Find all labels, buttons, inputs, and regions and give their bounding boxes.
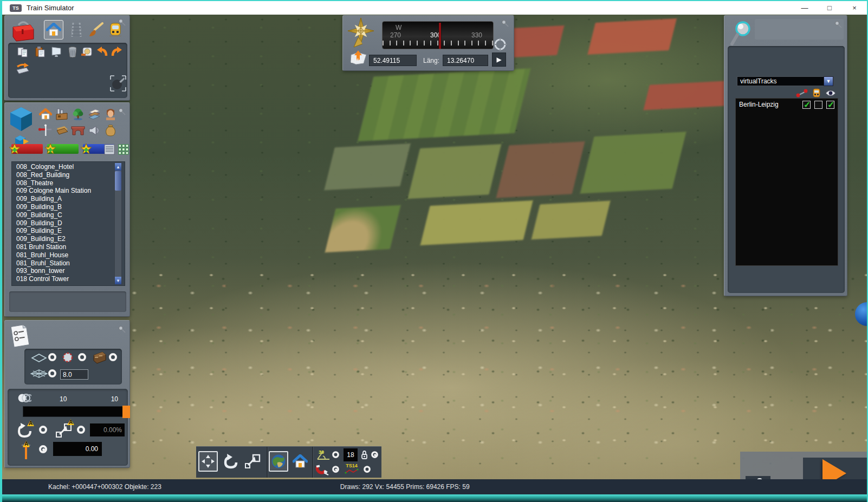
object-list-item[interactable]: 009_Building_C bbox=[16, 211, 125, 219]
pan-icon bbox=[201, 454, 215, 468]
height-radio[interactable] bbox=[39, 445, 47, 453]
longitude-value[interactable]: 13.26470 bbox=[443, 55, 488, 66]
pin-icon[interactable] bbox=[834, 20, 843, 29]
object-list-item[interactable]: 081_Bruhl_Station bbox=[16, 259, 125, 268]
category-misc-button[interactable] bbox=[103, 123, 118, 138]
terrain-home-mode-button[interactable] bbox=[44, 20, 63, 40]
zoom-tool-button[interactable] bbox=[243, 451, 262, 472]
object-list-scrollbar[interactable]: ▲ ▼ bbox=[114, 162, 122, 285]
redo-button[interactable] bbox=[110, 45, 124, 59]
wireframe-radio[interactable] bbox=[48, 353, 56, 361]
grid-view-button[interactable] bbox=[116, 142, 131, 157]
object-mode-button[interactable] bbox=[9, 106, 33, 132]
goto-coordinates-button[interactable]: ▶ bbox=[492, 53, 506, 67]
object-list-item[interactable]: 093_bonn_tower bbox=[16, 267, 125, 275]
compass-heading-strip[interactable]: W 270 300 330 bbox=[382, 21, 494, 49]
object-list-item[interactable]: 009 Cologne Main Station bbox=[16, 187, 125, 195]
pin-icon[interactable] bbox=[501, 19, 509, 28]
object-list-item[interactable]: 081 Bruhl Station bbox=[16, 243, 125, 251]
maximize-button[interactable]: □ bbox=[817, 1, 842, 15]
route-train-checkbox[interactable] bbox=[814, 101, 822, 109]
snap-value-box[interactable]: 18 bbox=[344, 448, 358, 461]
slider-handle[interactable] bbox=[122, 406, 130, 418]
longitude-label: Läng: bbox=[423, 57, 439, 64]
object-list-item[interactable]: 009_Building_E bbox=[16, 227, 125, 235]
category-signals-button[interactable] bbox=[38, 123, 53, 138]
object-list-item[interactable]: 009_Building_A bbox=[16, 195, 125, 203]
density-slider[interactable] bbox=[23, 406, 124, 417]
dropdown-arrow-icon[interactable]: ▼ bbox=[824, 76, 833, 86]
rotate-random-radio[interactable] bbox=[39, 426, 47, 434]
snap-magnet-radio[interactable] bbox=[332, 466, 339, 473]
box-radio[interactable] bbox=[109, 353, 117, 361]
category-roads-button[interactable] bbox=[87, 107, 101, 121]
pin-icon[interactable] bbox=[118, 325, 126, 334]
track-mode-button[interactable] bbox=[67, 20, 86, 40]
paint-mode-button[interactable] bbox=[86, 20, 106, 40]
mesh-radio[interactable] bbox=[48, 369, 56, 377]
star-icon bbox=[80, 143, 93, 155]
search-button[interactable] bbox=[730, 20, 753, 46]
list-view-button[interactable] bbox=[102, 142, 116, 157]
export-button[interactable] bbox=[16, 61, 30, 75]
category-vegetation-button[interactable] bbox=[71, 107, 85, 121]
object-list-item[interactable]: 018 Control Tower bbox=[16, 275, 125, 283]
minimize-button[interactable]: — bbox=[792, 1, 817, 15]
rotate-tool-button[interactable] bbox=[221, 451, 241, 472]
object-list-item[interactable]: 009_Building_B bbox=[16, 203, 125, 211]
category-industry-button[interactable] bbox=[55, 107, 69, 121]
category-clutter-button[interactable] bbox=[55, 123, 69, 138]
paste-button[interactable] bbox=[33, 45, 47, 59]
scale-random-radio[interactable] bbox=[77, 426, 85, 434]
category-sounds-button[interactable] bbox=[87, 123, 101, 138]
close-button[interactable]: × bbox=[842, 1, 867, 15]
favorites-red-button[interactable] bbox=[11, 144, 43, 154]
scroll-up-button[interactable]: ▲ bbox=[115, 163, 121, 171]
scroll-down-button[interactable]: ▼ bbox=[115, 277, 121, 284]
object-list-item[interactable]: 081_Bruhl_House bbox=[16, 251, 125, 259]
display-button[interactable] bbox=[49, 45, 63, 59]
route-visible-checkbox[interactable] bbox=[826, 101, 834, 109]
toolbox-button[interactable] bbox=[9, 19, 37, 44]
category-buildings-button[interactable] bbox=[38, 107, 53, 121]
speaker-icon bbox=[88, 125, 100, 136]
ts-route-icon bbox=[345, 468, 359, 474]
properties-doc-button[interactable] bbox=[9, 324, 31, 348]
pan-tool-button[interactable] bbox=[198, 451, 218, 472]
measure-button[interactable] bbox=[80, 45, 94, 59]
home-view-button[interactable] bbox=[290, 451, 310, 472]
favorites-green-button[interactable] bbox=[47, 144, 79, 154]
gradient-lock-radio[interactable] bbox=[371, 451, 378, 458]
transform-controls-box: 10 10 A A 0.00% bbox=[8, 389, 128, 466]
delete-button[interactable] bbox=[66, 45, 80, 59]
angle-snap-radio[interactable] bbox=[332, 451, 339, 458]
compass-rose-button[interactable] bbox=[346, 17, 375, 48]
category-people-button[interactable] bbox=[103, 107, 118, 121]
route-junction-checkbox[interactable] bbox=[802, 101, 811, 109]
route-list[interactable]: Berlin-Leipzig bbox=[735, 98, 838, 266]
wireframe-option bbox=[31, 353, 47, 363]
spray-tool-button[interactable] bbox=[109, 74, 127, 93]
route-row[interactable]: Berlin-Leipzig bbox=[736, 99, 838, 110]
track-type-dropdown[interactable]: virtualTracks ▼ bbox=[737, 76, 833, 86]
density-toggle[interactable] bbox=[17, 393, 31, 403]
copy-button[interactable] bbox=[16, 45, 30, 59]
object-list-item[interactable]: 009_Building_E2 bbox=[16, 235, 125, 243]
object-list-item[interactable]: 008_Red_Building bbox=[16, 171, 125, 179]
lasso-radio[interactable] bbox=[78, 353, 86, 361]
object-list-item[interactable]: 008_Theatre bbox=[16, 179, 125, 187]
scrollbar-thumb[interactable] bbox=[115, 171, 121, 191]
density-input[interactable] bbox=[60, 369, 88, 380]
undo-button[interactable] bbox=[95, 45, 109, 59]
orbit-button[interactable] bbox=[493, 37, 507, 51]
objects-panel: 008_Cologne_Hotel008_Red_Building008_The… bbox=[4, 102, 130, 317]
train-mode-button[interactable] bbox=[106, 20, 125, 40]
globe-view-button[interactable] bbox=[269, 451, 288, 472]
object-list-item[interactable]: 009_Building_D bbox=[16, 219, 125, 227]
ts-route-radio[interactable] bbox=[364, 466, 371, 473]
latitude-value[interactable]: 52.49115 bbox=[369, 55, 417, 66]
object-list-item[interactable]: 008_Cologne_Hotel bbox=[16, 163, 125, 171]
object-list[interactable]: 008_Cologne_Hotel008_Red_Building008_The… bbox=[11, 161, 125, 286]
pin-icon[interactable] bbox=[118, 107, 126, 116]
category-bridges-button[interactable] bbox=[71, 123, 85, 138]
